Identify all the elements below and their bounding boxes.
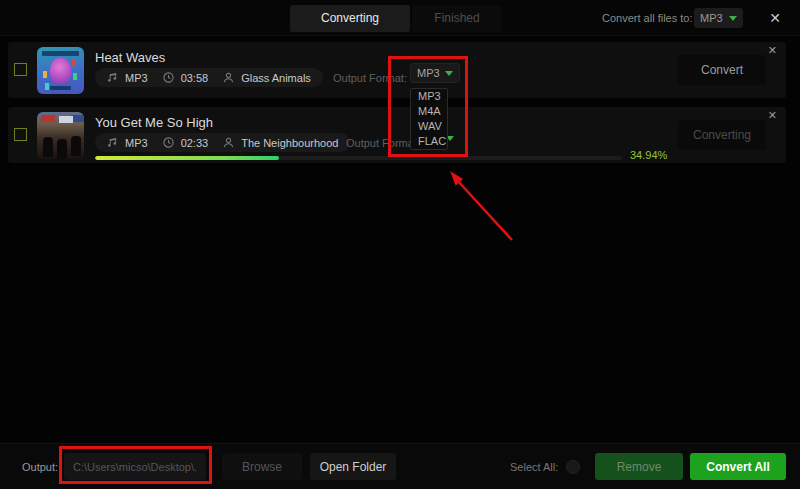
remove-button[interactable]: Remove [595, 453, 683, 480]
caret-down-icon [729, 16, 737, 21]
convert-all-format-value: MP3 [700, 12, 723, 24]
file-row-you-get-me-so-high: You Get Me So High MP3 02:33 The Neighbo… [8, 107, 786, 163]
remove-row-icon[interactable]: ✕ [768, 109, 777, 122]
tab-finished[interactable]: Finished [412, 5, 502, 32]
output-path-input[interactable] [64, 453, 206, 480]
track-duration: 03:58 [181, 72, 209, 84]
person-icon [223, 137, 234, 148]
select-all-checkbox[interactable] [566, 460, 580, 474]
dropdown-option-mp3[interactable]: MP3 [411, 89, 447, 104]
converting-button[interactable]: Converting [678, 120, 766, 150]
header-bar: Converting Finished Convert all files to… [0, 0, 800, 36]
caret-down-icon [445, 71, 453, 76]
footer-bar: Output: Browse Open Folder Select All: R… [0, 443, 800, 489]
track-format: MP3 [125, 72, 148, 84]
select-all-label: Select All: [510, 444, 558, 489]
dropdown-option-wav[interactable]: WAV [411, 119, 447, 134]
remove-row-icon[interactable]: ✕ [768, 44, 777, 57]
track-artist: Glass Animals [241, 72, 311, 84]
track-meta: MP3 02:33 The Neighbourhood [95, 133, 350, 152]
album-art-heat-waves [37, 47, 84, 94]
row-checkbox[interactable] [14, 128, 27, 141]
person-icon [223, 72, 234, 83]
progress-percent: 34.94% [630, 149, 667, 161]
track-duration: 02:33 [181, 137, 209, 149]
convert-all-format-select[interactable]: MP3 [694, 8, 743, 28]
progress-fill [95, 156, 279, 160]
dropdown-option-m4a[interactable]: M4A [411, 104, 447, 119]
output-format-value: MP3 [417, 67, 440, 79]
file-row-heat-waves: Heat Waves MP3 03:58 Glass Animals Outpu… [8, 42, 786, 98]
music-note-icon [107, 137, 118, 148]
convert-all-button[interactable]: Convert All [690, 453, 786, 480]
progress-bar [95, 156, 622, 160]
format-dropdown-panel: MP3 M4A WAV FLAC [410, 88, 448, 150]
output-format-label: Output Format: [346, 137, 420, 149]
converter-window: Converting Finished Convert all files to… [0, 0, 800, 489]
open-folder-button[interactable]: Open Folder [310, 453, 396, 480]
dropdown-option-flac[interactable]: FLAC [411, 134, 447, 149]
browse-button[interactable]: Browse [222, 453, 302, 480]
output-format-select[interactable]: MP3 [410, 63, 460, 83]
clock-icon [163, 72, 174, 83]
music-note-icon [107, 72, 118, 83]
track-artist: The Neighbourhood [241, 137, 338, 149]
album-art-you-get-me-so-high [37, 112, 84, 159]
convert-button[interactable]: Convert [678, 55, 766, 85]
clock-icon [163, 137, 174, 148]
track-meta: MP3 03:58 Glass Animals [95, 68, 323, 87]
close-icon[interactable]: ✕ [765, 8, 785, 28]
output-label: Output: [22, 444, 58, 489]
output-format-label: Output Format: [333, 72, 407, 84]
tab-converting[interactable]: Converting [290, 5, 410, 32]
row-checkbox[interactable] [14, 63, 27, 76]
track-title: Heat Waves [95, 50, 165, 65]
convert-all-files-label: Convert all files to: [602, 0, 692, 36]
track-title: You Get Me So High [95, 115, 213, 130]
track-format: MP3 [125, 137, 148, 149]
